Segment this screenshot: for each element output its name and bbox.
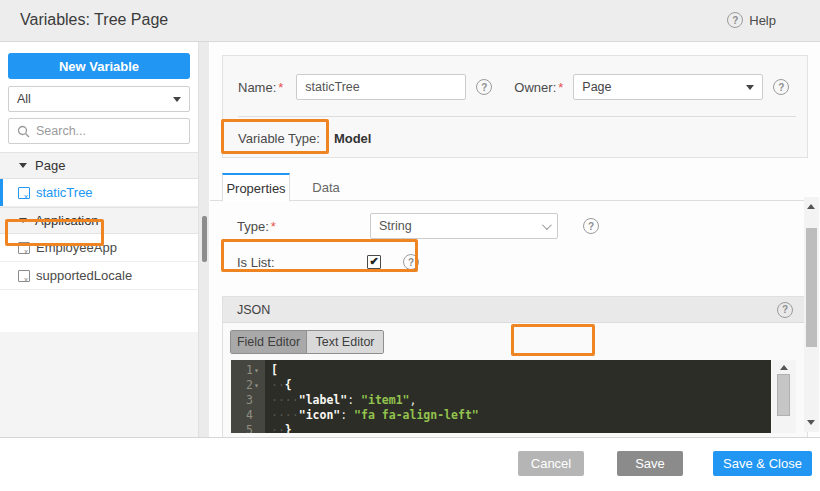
tree-item-label: supportedLocale xyxy=(36,268,132,283)
json-section-header: JSON ? xyxy=(223,297,807,323)
search-input[interactable] xyxy=(36,124,176,138)
tree-group-label: Application xyxy=(35,213,99,228)
dialog-footer: Cancel Save Save & Close xyxy=(0,437,820,491)
tree-group-page[interactable]: Page xyxy=(0,152,198,179)
save-and-close-button[interactable]: Save & Close xyxy=(713,451,812,476)
json-code-editor[interactable]: 1▾2▾345 [··{····"label": "item1",····"ic… xyxy=(231,360,771,433)
variables-sidebar: New Variable All Page staticTree xyxy=(0,42,198,437)
tree-item-supportedlocale[interactable]: supportedLocale xyxy=(0,262,198,290)
help-label: Help xyxy=(749,13,776,28)
is-list-checkbox[interactable]: ✔ xyxy=(367,255,381,269)
tree-item-label: EmployeeApp xyxy=(36,240,117,255)
is-list-help-icon[interactable]: ? xyxy=(403,254,419,270)
editor-code-lines: [··{····"label": "item1",····"icon": "fa… xyxy=(265,360,479,433)
type-help-icon[interactable]: ? xyxy=(583,218,599,234)
dialog-header: Variables: Tree Page ? Help xyxy=(0,0,820,42)
tree-item-label: staticTree xyxy=(36,185,93,200)
variables-tree: Page staticTree Application EmployeeApp … xyxy=(0,152,198,290)
required-marker: * xyxy=(278,80,283,95)
variable-detail-panel: Name:* ? Owner:* Page ? Variable Type: M… xyxy=(210,42,820,437)
field-editor-tab[interactable]: Field Editor xyxy=(231,331,307,353)
variables-dialog: Variables: Tree Page ? Help New Variable… xyxy=(0,0,820,491)
chevron-down-icon xyxy=(542,220,552,230)
tree-item-employeeapp[interactable]: EmployeeApp xyxy=(0,234,198,262)
name-input[interactable] xyxy=(296,74,466,100)
name-help-icon[interactable]: ? xyxy=(476,79,492,95)
cancel-button[interactable]: Cancel xyxy=(518,451,584,476)
variable-type-value: Model xyxy=(334,131,372,146)
tree-group-label: Page xyxy=(35,158,65,173)
variable-filter-value: All xyxy=(17,92,31,106)
chevron-down-icon xyxy=(746,85,754,90)
variable-type-row: Variable Type: Model xyxy=(238,131,371,146)
help-link[interactable]: ? Help xyxy=(727,12,776,28)
chevron-down-icon xyxy=(173,97,181,102)
model-variable-icon xyxy=(18,270,30,282)
required-marker: * xyxy=(271,219,276,234)
content-scrollbar[interactable] xyxy=(804,197,819,432)
type-value: String xyxy=(379,219,412,233)
editor-scrollbar-thumb[interactable] xyxy=(777,374,790,416)
tree-item-statictree[interactable]: staticTree xyxy=(0,179,198,207)
search-icon xyxy=(17,125,30,138)
sidebar-scrollbar-thumb[interactable] xyxy=(202,216,207,262)
editor-mode-toggle: Field Editor Text Editor xyxy=(230,330,384,354)
scroll-up-icon[interactable] xyxy=(780,365,788,370)
is-list-label: Is List: xyxy=(237,255,275,270)
checkbox-check-icon: ✔ xyxy=(369,256,378,267)
scroll-up-icon[interactable] xyxy=(807,204,815,209)
owner-help-icon[interactable]: ? xyxy=(773,79,789,95)
detail-tabbar: Properties Data xyxy=(210,173,804,201)
content-scrollbar-thumb[interactable] xyxy=(806,228,817,347)
owner-value: Page xyxy=(582,80,611,94)
text-editor-tab[interactable]: Text Editor xyxy=(307,331,383,353)
json-help-icon[interactable]: ? xyxy=(777,302,793,318)
variable-type-label: Variable Type: xyxy=(238,131,320,146)
type-row: Type:* String ? xyxy=(237,212,797,240)
model-variable-icon xyxy=(18,187,30,199)
sidebar-scrollbar[interactable] xyxy=(198,42,209,437)
page-title: Variables: Tree Page xyxy=(20,11,168,29)
tree-group-application[interactable]: Application xyxy=(0,207,198,234)
json-section-title: JSON xyxy=(237,303,270,317)
help-icon: ? xyxy=(727,12,743,28)
collapse-caret-icon xyxy=(19,163,27,168)
tab-properties[interactable]: Properties xyxy=(222,173,290,202)
variable-filter-select[interactable]: All xyxy=(8,86,190,112)
owner-select[interactable]: Page xyxy=(573,74,763,100)
selected-indicator xyxy=(0,179,3,206)
owner-label: Owner:* xyxy=(514,80,563,95)
new-variable-button[interactable]: New Variable xyxy=(8,53,190,79)
save-button[interactable]: Save xyxy=(617,451,683,476)
json-section: JSON ? Field Editor Text Editor 1▾2▾345 … xyxy=(222,296,808,437)
type-label: Type:* xyxy=(237,219,276,234)
editor-scrollbar[interactable] xyxy=(772,360,796,433)
divider xyxy=(238,116,796,117)
collapse-caret-icon xyxy=(19,218,27,223)
required-marker: * xyxy=(558,80,563,95)
is-list-row: Is List: ✔ ? xyxy=(237,248,637,276)
scroll-down-icon[interactable] xyxy=(807,420,815,425)
search-box[interactable] xyxy=(8,118,190,144)
sidebar-background xyxy=(0,332,198,437)
variable-summary-panel: Name:* ? Owner:* Page ? Variable Type: M… xyxy=(222,55,808,158)
model-variable-icon xyxy=(18,242,30,254)
tab-data[interactable]: Data xyxy=(298,173,354,201)
name-owner-row: Name:* ? Owner:* Page ? xyxy=(238,73,794,101)
name-label: Name:* xyxy=(238,80,283,95)
editor-gutter: 1▾2▾345 xyxy=(231,360,265,433)
type-select[interactable]: String xyxy=(370,213,558,239)
